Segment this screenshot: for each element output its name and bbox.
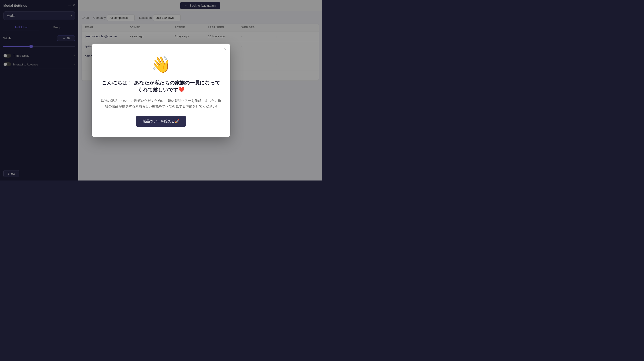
- modal-title: こんにちは！ あなたが私たちの家族の一員になってくれて嬉しいです❤️: [100, 79, 222, 93]
- modal-dialog: × 👋 こんにちは！ あなたが私たちの家族の一員になってくれて嬉しいです❤️ 弊…: [92, 44, 230, 137]
- modal-close-button[interactable]: ×: [224, 47, 227, 51]
- modal-emoji: 👋: [100, 55, 222, 74]
- modal-cta-button[interactable]: 製品ツアーを始める🚀: [136, 116, 186, 127]
- modal-body: 弊社の製品についてご理解いただくために、短い製品ツアーを作成しました。弊社の製品…: [100, 98, 222, 109]
